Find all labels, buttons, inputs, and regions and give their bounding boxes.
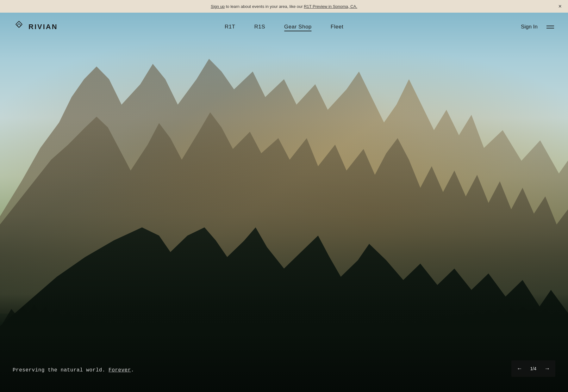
nav-link-gear-shop[interactable]: Gear Shop xyxy=(284,24,312,30)
menu-bar-1 xyxy=(546,26,554,26)
svg-rect-0 xyxy=(16,21,22,28)
logo-area[interactable]: RIVIAN xyxy=(13,21,58,33)
banner-text-middle: to learn about events in your area, like… xyxy=(226,4,304,9)
prev-slide-button[interactable]: ← xyxy=(511,360,528,377)
svg-rect-1 xyxy=(17,24,21,28)
logo-text: RIVIAN xyxy=(28,23,58,31)
nav-right: Sign In xyxy=(521,24,555,30)
slide-total: 4 xyxy=(534,366,536,371)
caption-prefix: Preserving the natural world. xyxy=(13,367,109,373)
nav-link-r1s[interactable]: R1S xyxy=(254,24,265,30)
next-slide-button[interactable]: → xyxy=(539,360,555,377)
navbar: RIVIAN R1T R1S Gear Shop Fleet Sign In xyxy=(0,13,568,41)
mountain-base-layer xyxy=(0,294,568,392)
slide-controls: ← 1/4 → xyxy=(511,360,555,377)
menu-bar-2 xyxy=(546,28,554,28)
rivian-logo-icon xyxy=(13,21,25,33)
sign-in-link[interactable]: Sign In xyxy=(521,24,538,30)
hero-background xyxy=(0,0,568,392)
slide-counter: 1/4 xyxy=(528,366,539,371)
caption-forever-link[interactable]: Forever xyxy=(109,367,131,373)
banner-event-link[interactable]: R1T Preview in Sonoma, CA. xyxy=(304,4,357,9)
caption-area: Preserving the natural world. Forever. xyxy=(13,367,134,373)
nav-links: R1T R1S Gear Shop Fleet xyxy=(225,24,343,30)
close-banner-button[interactable]: × xyxy=(558,3,562,9)
hamburger-menu-icon[interactable] xyxy=(545,24,555,30)
announcement-banner: Sign up to learn about events in your ar… xyxy=(0,0,568,13)
banner-signup-link[interactable]: Sign up xyxy=(211,4,225,9)
caption-text: Preserving the natural world. Forever. xyxy=(13,367,134,373)
nav-link-fleet[interactable]: Fleet xyxy=(331,24,343,30)
caption-period: . xyxy=(131,367,134,373)
nav-link-r1t[interactable]: R1T xyxy=(225,24,235,30)
banner-text: Sign up to learn about events in your ar… xyxy=(211,4,357,9)
hero-section xyxy=(0,0,568,392)
